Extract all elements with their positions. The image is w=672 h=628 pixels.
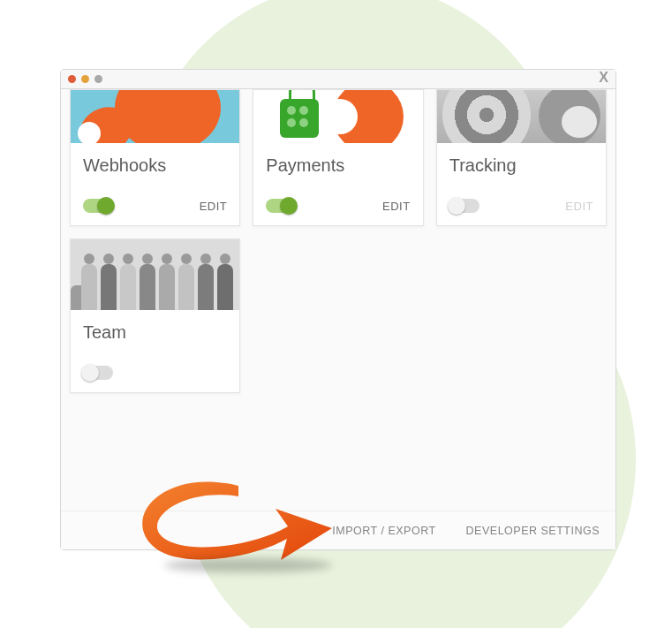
card-team-image [71,239,239,310]
card-tracking-edit-button: EDIT [565,200,593,213]
card-payments-image [253,90,422,143]
card-tracking-toggle[interactable] [449,199,479,213]
card-webhooks-title: Webhooks [71,143,239,181]
window-content: Webhooks EDIT Payments EDIT [61,89,615,511]
window-minimize-dot[interactable] [81,75,89,83]
window-controls [68,75,102,83]
card-webhooks-image [71,90,239,143]
card-webhooks-edit-button[interactable]: EDIT [200,200,228,213]
empty-slot [436,238,607,393]
card-payments: Payments EDIT [253,89,423,226]
window-zoom-dot[interactable] [94,75,102,83]
card-webhooks-actions: EDIT [71,181,239,225]
cards-row-1: Webhooks EDIT Payments EDIT [70,89,607,226]
import-export-button[interactable]: IMPORT / EXPORT [332,525,435,537]
window-footer: IMPORT / EXPORT DEVELOPER SETTINGS [61,511,615,549]
empty-slot [253,238,423,393]
card-tracking-actions: EDIT [437,181,606,225]
card-tracking-title: Tracking [437,143,606,181]
developer-settings-button[interactable]: DEVELOPER SETTINGS [466,525,600,537]
card-payments-actions: EDIT [253,181,422,225]
card-webhooks: Webhooks EDIT [70,89,240,226]
card-team: Team [70,238,240,393]
window-titlebar: X [61,70,615,89]
card-tracking-image [437,90,606,143]
window-close-dot[interactable] [68,75,76,83]
card-team-title: Team [71,310,239,348]
card-payments-toggle[interactable] [266,199,296,213]
card-team-toggle[interactable] [83,366,113,380]
card-team-actions [71,348,239,392]
app-window: X Webhooks EDIT Payments [60,69,616,550]
card-payments-edit-button[interactable]: EDIT [382,200,411,213]
card-payments-title: Payments [253,143,422,181]
card-tracking: Tracking EDIT [436,89,607,226]
cards-row-2: Team [70,238,607,393]
card-webhooks-toggle[interactable] [83,199,113,213]
close-icon[interactable]: X [599,70,608,86]
